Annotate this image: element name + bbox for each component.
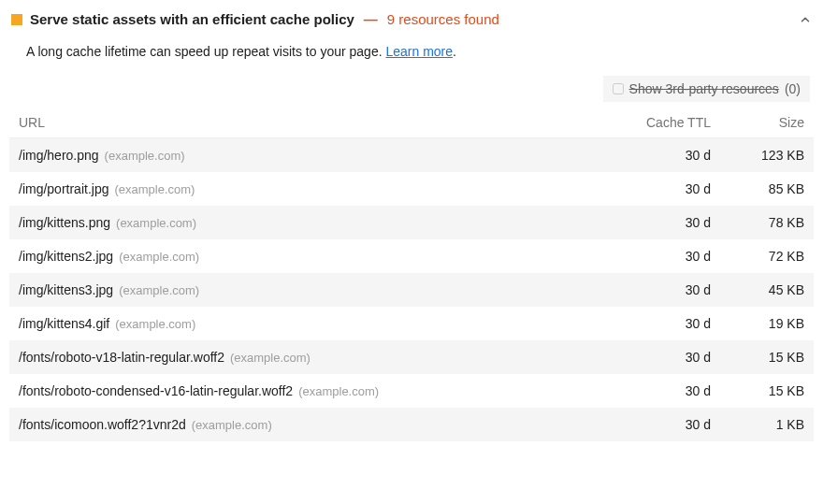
table-row: /img/portrait.jpg(example.com)30 d85 KB <box>9 172 814 206</box>
cell-url: /img/kittens3.jpg(example.com) <box>9 273 608 307</box>
table-row: /fonts/icomoon.woff2?1vnr2d(example.com)… <box>9 408 814 441</box>
cell-ttl: 30 d <box>608 340 720 374</box>
audit-description: A long cache lifetime can speed up repea… <box>9 44 814 72</box>
cell-ttl: 30 d <box>608 239 720 273</box>
cell-size: 15 KB <box>720 340 814 374</box>
third-party-toggle[interactable]: Show 3rd-party resources (0) <box>603 76 810 102</box>
cell-size: 1 KB <box>720 408 814 441</box>
cell-ttl: 30 d <box>608 273 720 307</box>
resources-table: URL Cache TTL Size /img/hero.png(example… <box>9 108 814 441</box>
table-header-row: URL Cache TTL Size <box>9 108 814 138</box>
resource-domain: (example.com) <box>186 418 272 432</box>
cell-url: /img/kittens2.jpg(example.com) <box>9 239 608 273</box>
cell-url: /img/hero.png(example.com) <box>9 138 608 173</box>
col-header-ttl: Cache TTL <box>608 108 720 138</box>
description-text: A long cache lifetime can speed up repea… <box>26 44 385 59</box>
resource-path: /img/portrait.jpg <box>19 181 108 196</box>
resource-domain: (example.com) <box>108 182 195 196</box>
third-party-count: (0) <box>785 81 801 96</box>
resource-domain: (example.com) <box>293 384 379 398</box>
resource-domain: (example.com) <box>109 317 195 331</box>
chevron-up-icon[interactable] <box>799 13 812 26</box>
cell-url: /img/kittens4.gif(example.com) <box>9 307 608 340</box>
table-row: /img/kittens4.gif(example.com)30 d19 KB <box>9 307 814 340</box>
table-row: /fonts/roboto-condensed-v16-latin-regula… <box>9 374 814 408</box>
status-indicator-icon <box>11 14 22 25</box>
resource-path: /fonts/roboto-condensed-v16-latin-regula… <box>19 383 293 398</box>
audit-title: Serve static assets with an efficient ca… <box>30 11 354 27</box>
cell-url: /fonts/roboto-condensed-v16-latin-regula… <box>9 374 608 408</box>
cell-url: /fonts/roboto-v18-latin-regular.woff2(ex… <box>9 340 608 374</box>
separator-dash: — <box>362 11 380 27</box>
resource-domain: (example.com) <box>113 250 199 264</box>
cell-ttl: 30 d <box>608 206 720 239</box>
cell-size: 72 KB <box>720 239 814 273</box>
cell-size: 15 KB <box>720 374 814 408</box>
third-party-label: Show 3rd-party resources <box>629 81 779 96</box>
cell-ttl: 30 d <box>608 307 720 340</box>
cell-size: 45 KB <box>720 273 814 307</box>
cell-size: 78 KB <box>720 206 814 239</box>
resource-domain: (example.com) <box>224 351 310 365</box>
col-header-url: URL <box>9 108 608 138</box>
table-body: /img/hero.png(example.com)30 d123 KB/img… <box>9 138 814 442</box>
resource-path: /fonts/icomoon.woff2?1vnr2d <box>19 417 186 432</box>
cell-size: 85 KB <box>720 172 814 206</box>
cell-ttl: 30 d <box>608 408 720 441</box>
resource-domain: (example.com) <box>110 216 196 230</box>
cell-url: /img/portrait.jpg(example.com) <box>9 172 608 206</box>
resource-domain: (example.com) <box>113 283 199 297</box>
table-row: /fonts/roboto-v18-latin-regular.woff2(ex… <box>9 340 814 374</box>
resource-path: /img/kittens4.gif <box>19 316 109 331</box>
audit-panel: Serve static assets with an efficient ca… <box>0 0 823 451</box>
third-party-checkbox[interactable] <box>613 83 624 94</box>
table-row: /img/hero.png(example.com)30 d123 KB <box>9 138 814 173</box>
cell-ttl: 30 d <box>608 172 720 206</box>
cell-size: 19 KB <box>720 307 814 340</box>
cell-size: 123 KB <box>720 138 814 173</box>
resource-path: /img/hero.png <box>19 148 99 163</box>
resource-path: /img/kittens3.jpg <box>19 282 113 297</box>
audit-summary: 9 resources found <box>387 11 499 27</box>
table-row: /img/kittens3.jpg(example.com)30 d45 KB <box>9 273 814 307</box>
resource-path: /img/kittens.png <box>19 215 110 230</box>
resource-path: /img/kittens2.jpg <box>19 249 113 264</box>
cell-ttl: 30 d <box>608 138 720 173</box>
table-row: /img/kittens2.jpg(example.com)30 d72 KB <box>9 239 814 273</box>
description-suffix: . <box>453 44 456 59</box>
learn-more-link[interactable]: Learn more <box>385 44 453 59</box>
col-header-size: Size <box>720 108 814 138</box>
resource-domain: (example.com) <box>99 149 185 163</box>
cell-url: /img/kittens.png(example.com) <box>9 206 608 239</box>
resource-path: /fonts/roboto-v18-latin-regular.woff2 <box>19 350 224 365</box>
cell-ttl: 30 d <box>608 374 720 408</box>
table-row: /img/kittens.png(example.com)30 d78 KB <box>9 206 814 239</box>
cell-url: /fonts/icomoon.woff2?1vnr2d(example.com) <box>9 408 608 441</box>
third-party-toggle-wrap: Show 3rd-party resources (0) <box>9 72 814 108</box>
audit-header[interactable]: Serve static assets with an efficient ca… <box>9 7 814 44</box>
